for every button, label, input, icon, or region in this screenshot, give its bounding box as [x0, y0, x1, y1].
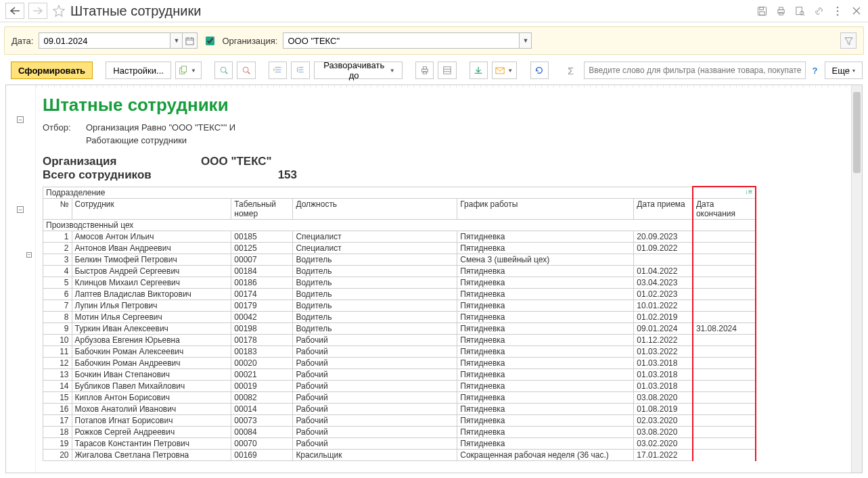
cell-tab: 00014	[231, 403, 293, 414]
chevron-down-icon: ▼	[191, 68, 196, 74]
col-tabnum[interactable]: Табельный номер	[231, 198, 293, 219]
find-next-button[interactable]	[237, 62, 255, 79]
cell-hire: 01.09.2022	[634, 242, 693, 254]
send-button[interactable]: ▼	[492, 62, 517, 79]
table-row[interactable]: 20Жигалова Светлана Петровна00169Красиль…	[43, 449, 756, 460]
cell-hire: 17.01.2022	[634, 449, 693, 460]
table-row[interactable]: 5Клинцов Михаил Сергеевич00186ВодительПя…	[43, 277, 756, 288]
register-button[interactable]	[438, 62, 456, 79]
refresh-button[interactable]	[530, 62, 549, 79]
cell-sched: Пятидневка	[457, 380, 634, 391]
cell-name: Жигалова Светлана Петровна	[72, 449, 231, 460]
scrollbar-thumb[interactable]	[853, 92, 861, 173]
department-row[interactable]: Производственный цех	[43, 219, 756, 231]
close-action[interactable]	[850, 5, 863, 17]
table-row[interactable]: 1Амосов Антон Ильич00185СпециалистПятидн…	[43, 231, 756, 242]
window-title: Штатные сотрудники	[70, 3, 752, 19]
cell-tab: 00007	[231, 254, 293, 265]
more-button[interactable]: Еще ▾	[825, 62, 863, 79]
cell-hire: 01.03.2022	[634, 345, 693, 357]
outline-collapse-1[interactable]: −	[17, 116, 24, 123]
more-action[interactable]	[831, 5, 844, 17]
table-row[interactable]: 18Рожков Сергей Андреевич00084РабочийПят…	[43, 426, 756, 437]
date-calendar-button[interactable]	[183, 32, 198, 49]
cell-num: 10	[43, 334, 72, 345]
cell-tab: 00019	[231, 380, 293, 391]
filter-input[interactable]	[584, 62, 805, 79]
org-checkbox[interactable]	[206, 37, 214, 45]
back-button[interactable]	[5, 3, 24, 19]
printer-icon	[776, 6, 786, 16]
cell-hire: 03.08.2020	[634, 426, 693, 437]
table-row[interactable]: 6Лаптев Владислав Викторович00174Водител…	[43, 288, 756, 300]
vertical-scrollbar[interactable]	[851, 85, 862, 473]
table-row[interactable]: 11Бабочкин Роман Алексеевич00183РабочийП…	[43, 345, 756, 357]
filter-funnel-button[interactable]	[840, 32, 856, 49]
svg-point-18	[221, 67, 226, 72]
col-hire[interactable]: Дата приема	[634, 198, 693, 219]
sort-icon: ↓≡	[745, 188, 752, 195]
save-action[interactable]	[756, 5, 768, 17]
search-icon	[219, 66, 229, 75]
table-row[interactable]: 13Бочкин Иван Степанович00021РабочийПяти…	[43, 368, 756, 380]
table-row[interactable]: 14Бубликов Павел Михайлович00019РабочийП…	[43, 380, 756, 391]
col-num[interactable]: №	[43, 198, 72, 219]
table-row[interactable]: 7Лупин Илья Петрович00179ВодительПятидне…	[43, 300, 756, 311]
col-schedule[interactable]: График работы	[457, 198, 634, 219]
outline-collapse-2[interactable]: −	[17, 206, 24, 213]
table-row[interactable]: 2Антонов Иван Андреевич00125СпециалистПя…	[43, 242, 756, 254]
col-employee[interactable]: Сотрудник	[72, 198, 231, 219]
cell-hire	[634, 254, 693, 265]
expand-to-button[interactable]: Разворачивать до ▼	[314, 62, 403, 79]
collapse-all-button[interactable]	[269, 62, 287, 79]
table-row[interactable]: 8Мотин Илья Сергеевич00042ВодительПятидн…	[43, 311, 756, 322]
cell-num: 15	[43, 391, 72, 403]
table-row[interactable]: 9Туркин Иван Алексеевич00198ВодительПяти…	[43, 322, 756, 334]
calendar-icon	[185, 37, 194, 45]
favorite-button[interactable]	[51, 3, 66, 18]
print-button[interactable]	[415, 62, 434, 79]
print-action[interactable]	[775, 5, 787, 17]
sum-button[interactable]: Σ	[562, 62, 580, 79]
settings-button[interactable]: Настройки...	[106, 62, 171, 79]
cell-end	[693, 345, 756, 357]
printer-icon	[420, 66, 430, 75]
filter-row-2: Работающие сотрудники	[43, 135, 855, 145]
date-input[interactable]	[39, 32, 170, 49]
table-row[interactable]: 15Киплов Антон Борисович00082РабочийПяти…	[43, 391, 756, 403]
expand-all-button[interactable]	[291, 62, 309, 79]
find-button[interactable]	[214, 62, 233, 79]
org-dropdown-button[interactable]: ▼	[520, 32, 532, 49]
table-row[interactable]: 12Бабочкин Роман Андреевич00020РабочийПя…	[43, 357, 756, 368]
form-report-button[interactable]: Сформировать	[11, 62, 93, 79]
outline-collapse-3[interactable]: −	[26, 252, 32, 258]
help-button[interactable]: ?	[810, 66, 821, 76]
table-row[interactable]: 19Тарасов Константин Петрович00070Рабочи…	[43, 437, 756, 449]
table-row[interactable]: 10Арбузова Евгения Юрьевна00178РабочийПя…	[43, 334, 756, 345]
date-label: Дата:	[12, 36, 33, 46]
date-dropdown-button[interactable]: ▼	[170, 32, 183, 49]
table-row[interactable]: 16Мохов Анатолий Иванович00014РабочийПят…	[43, 403, 756, 414]
variants-button[interactable]: ▼	[175, 62, 202, 79]
filter-value-2: Работающие сотрудники	[86, 135, 187, 145]
svg-rect-1	[759, 7, 763, 9]
cell-name: Мохов Анатолий Иванович	[72, 403, 231, 414]
cell-hire: 02.03.2020	[634, 414, 693, 426]
cell-num: 1	[43, 231, 72, 242]
col-end[interactable]: Дата окончания	[693, 198, 756, 219]
table-row[interactable]: 4Быстров Андрей Сергеевич00184ВодительПя…	[43, 265, 756, 277]
report-area[interactable]: Штатные сотрудники Отбор: Организация Ра…	[36, 85, 862, 473]
cell-sched: Пятидневка	[457, 277, 634, 288]
filter-value-1: Организация Равно "ООО "ТЕКС"" И	[86, 122, 235, 133]
link-action[interactable]	[813, 5, 825, 17]
forward-button[interactable]	[28, 3, 47, 19]
table-row[interactable]: 17Потапов Игнат Борисович00073РабочийПят…	[43, 414, 756, 426]
table-row[interactable]: 3Белкин Тимофей Петрович00007ВодительСме…	[43, 254, 756, 265]
save-report-button[interactable]	[470, 62, 488, 79]
cell-name: Бочкин Иван Степанович	[72, 368, 231, 380]
preview-action[interactable]	[794, 5, 806, 17]
svg-rect-6	[796, 7, 801, 14]
cell-end	[693, 254, 756, 265]
col-position[interactable]: Должность	[293, 198, 457, 219]
org-input[interactable]	[283, 32, 520, 49]
